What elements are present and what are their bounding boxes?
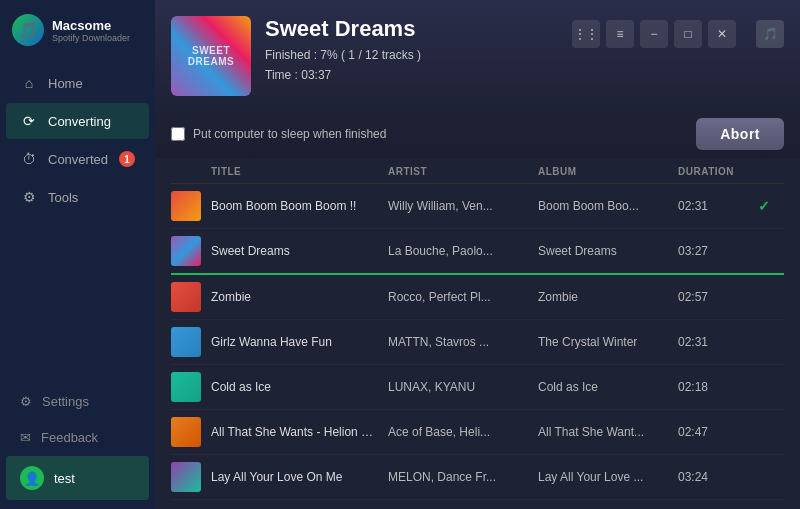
track-artist: Ace of Base, Heli...	[384, 425, 534, 439]
track-album: Sweet Dreams	[534, 244, 674, 258]
album-title: Sweet Dreams	[265, 16, 421, 42]
sidebar-item-feedback[interactable]: ✉ Feedback	[6, 420, 149, 455]
sidebar-item-home[interactable]: ⌂ Home	[6, 65, 149, 101]
user-profile[interactable]: 👤 test	[6, 456, 149, 500]
album-progress: Finished : 7% ( 1 / 12 tracks )	[265, 48, 421, 62]
track-duration: 02:18	[674, 380, 754, 394]
table-row[interactable]: All That She Wants - Helion Remix Ace of…	[171, 410, 784, 455]
track-thumb-cell	[171, 191, 207, 221]
sidebar-item-converting[interactable]: ⟳ Converting	[6, 103, 149, 139]
track-thumbnail	[171, 236, 201, 266]
track-artist: Rocco, Perfect Pl...	[384, 290, 534, 304]
track-title: Cold as Ice	[207, 380, 384, 394]
track-artist: La Bouche, Paolo...	[384, 244, 534, 258]
action-row: Put computer to sleep when finished Abor…	[155, 108, 800, 158]
track-album: Lay All Your Love ...	[534, 470, 674, 484]
minimize-button[interactable]: −	[640, 20, 668, 48]
track-thumbnail	[171, 417, 201, 447]
sidebar: 🎵 Macsome Spotify Downloader ⌂ Home ⟳ Co…	[0, 0, 155, 509]
track-thumb-cell	[171, 417, 207, 447]
sidebar-item-home-label: Home	[48, 76, 83, 91]
table-row[interactable]: Cold as Ice LUNAX, KYANU Cold as Ice 02:…	[171, 365, 784, 410]
th-artist: ARTIST	[384, 166, 534, 177]
track-album: The Crystal Winter	[534, 335, 674, 349]
table-row[interactable]: Sweet Dreams La Bouche, Paolo... Sweet D…	[171, 229, 784, 275]
maximize-button[interactable]: □	[674, 20, 702, 48]
converted-badge: 1	[119, 151, 135, 167]
track-thumb-cell	[171, 327, 207, 357]
app-subtitle: Spotify Downloader	[52, 33, 130, 43]
album-section: SWEETDREAMS Sweet Dreams Finished : 7% (…	[171, 16, 421, 96]
user-avatar: 👤	[20, 466, 44, 490]
track-duration: 02:57	[674, 290, 754, 304]
album-info: Sweet Dreams Finished : 7% ( 1 / 12 trac…	[265, 16, 421, 82]
home-icon: ⌂	[20, 75, 38, 91]
th-duration: DURATION	[674, 166, 754, 177]
track-thumbnail	[171, 372, 201, 402]
sidebar-item-converting-label: Converting	[48, 114, 111, 129]
track-table: TITLE ARTIST ALBUM DURATION Boom Boom Bo…	[155, 158, 800, 509]
track-title: Zombie	[207, 290, 384, 304]
track-artist: LUNAX, KYANU	[384, 380, 534, 394]
track-thumb-cell	[171, 372, 207, 402]
track-checkmark: ✓	[754, 198, 784, 214]
menu-lines-button[interactable]: ≡	[606, 20, 634, 48]
track-thumb-cell	[171, 282, 207, 312]
sleep-checkbox-input[interactable]	[171, 127, 185, 141]
track-title: Boom Boom Boom Boom !!	[207, 199, 384, 213]
track-thumbnail	[171, 327, 201, 357]
th-thumb	[171, 166, 207, 177]
media-button[interactable]: 🎵	[756, 20, 784, 48]
track-title: Girlz Wanna Have Fun	[207, 335, 384, 349]
track-album: Boom Boom Boo...	[534, 199, 674, 213]
track-artist: Willy William, Ven...	[384, 199, 534, 213]
tools-icon: ⚙	[20, 189, 38, 205]
header-section: SWEETDREAMS Sweet Dreams Finished : 7% (…	[155, 0, 800, 108]
track-thumbnail	[171, 282, 201, 312]
abort-button[interactable]: Abort	[696, 118, 784, 150]
app-logo-icon: 🎵	[12, 14, 44, 46]
track-thumb-cell	[171, 236, 207, 266]
track-duration: 02:31	[674, 199, 754, 213]
close-button[interactable]: ✕	[708, 20, 736, 48]
sidebar-item-converted-label: Converted	[48, 152, 108, 167]
logo-text: Macsome Spotify Downloader	[52, 18, 130, 43]
app-name: Macsome	[52, 18, 130, 33]
th-check	[754, 166, 784, 177]
table-header: TITLE ARTIST ALBUM DURATION	[171, 158, 784, 184]
sidebar-item-tools[interactable]: ⚙ Tools	[6, 179, 149, 215]
track-duration: 02:31	[674, 335, 754, 349]
sidebar-item-converted[interactable]: ⏱ Converted 1	[6, 141, 149, 177]
sidebar-bottom: ⚙ Settings ✉ Feedback 👤 test	[0, 383, 155, 509]
table-row[interactable]: Boom Boom Boom Boom !! Willy William, Ve…	[171, 184, 784, 229]
track-title: Lay All Your Love On Me	[207, 470, 384, 484]
table-row[interactable]: Girlz Wanna Have Fun MATTN, Stavros ... …	[171, 320, 784, 365]
settings-label: Settings	[42, 394, 89, 409]
album-art: SWEETDREAMS	[171, 16, 251, 96]
converting-icon: ⟳	[20, 113, 38, 129]
track-duration: 02:47	[674, 425, 754, 439]
nav-section: ⌂ Home ⟳ Converting ⏱ Converted 1 ⚙ Tool…	[0, 58, 155, 383]
sidebar-item-settings[interactable]: ⚙ Settings	[6, 384, 149, 419]
table-row[interactable]: Lay All Your Love On Me MELON, Dance Fr.…	[171, 455, 784, 500]
track-title: All That She Wants - Helion Remix	[207, 425, 384, 439]
track-thumb-cell	[171, 462, 207, 492]
track-artist: MATTN, Stavros ...	[384, 335, 534, 349]
album-art-inner: SWEETDREAMS	[171, 16, 251, 96]
sleep-checkbox[interactable]: Put computer to sleep when finished	[171, 127, 386, 141]
track-album: Zombie	[534, 290, 674, 304]
track-duration: 03:24	[674, 470, 754, 484]
table-row[interactable]: Zombie Rocco, Perfect Pl... Zombie 02:57	[171, 275, 784, 320]
track-album: Cold as Ice	[534, 380, 674, 394]
feedback-icon: ✉	[20, 430, 31, 445]
track-album: All That She Want...	[534, 425, 674, 439]
th-title: TITLE	[207, 166, 384, 177]
track-thumbnail	[171, 462, 201, 492]
user-name: test	[54, 471, 75, 486]
track-thumbnail	[171, 191, 201, 221]
menu-dots-button[interactable]: ⋮⋮	[572, 20, 600, 48]
track-title: Sweet Dreams	[207, 244, 384, 258]
logo-area: 🎵 Macsome Spotify Downloader	[0, 0, 155, 58]
settings-icon: ⚙	[20, 394, 32, 409]
track-duration: 03:27	[674, 244, 754, 258]
